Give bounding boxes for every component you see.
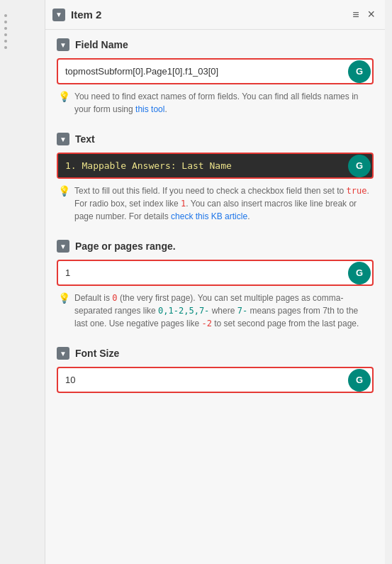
page-range-hint: 💡 Default is 0 (the very first page). Yo… — [57, 292, 374, 330]
page-range-section: ▼ Page or pages range. G 💡 Default is 0 … — [45, 231, 385, 338]
page-range-hint-bulb-icon: 💡 — [58, 292, 70, 304]
panel-title: Item 2 — [71, 9, 101, 21]
field-name-g-button[interactable]: G — [348, 60, 371, 83]
menu-icon[interactable]: ≡ — [352, 9, 359, 21]
font-size-input[interactable] — [58, 368, 348, 392]
field-name-hint: 💡 You need to find exact names of form f… — [57, 90, 374, 116]
text-input-wrapper: G — [57, 153, 374, 179]
field-name-input-wrapper: G — [57, 58, 374, 84]
field-name-input[interactable] — [58, 60, 348, 83]
text-label: Text — [75, 133, 95, 145]
page-range-input-wrapper: G — [57, 260, 374, 286]
panel-header: ▼ Item 2 ≡ × — [45, 0, 385, 30]
page-range-hint-text: Default is 0 (the very first page). You … — [74, 292, 372, 330]
font-size-g-button[interactable]: G — [348, 369, 371, 392]
page-range-label: Page or pages range. — [75, 240, 176, 252]
text-section: ▼ Text G 💡 Text to fill out this field. … — [45, 124, 385, 231]
text-hint-bulb-icon: 💡 — [58, 185, 70, 197]
text-hint-link[interactable]: check this KB article — [171, 211, 247, 221]
page-range-g-button[interactable]: G — [348, 262, 371, 284]
font-size-input-wrapper: G — [57, 367, 374, 393]
page-range-input[interactable] — [58, 261, 348, 284]
text-hint-text: Text to fill out this field. If you need… — [74, 184, 372, 223]
font-size-collapse-icon[interactable]: ▼ — [57, 347, 69, 360]
text-input[interactable] — [58, 154, 348, 177]
field-name-collapse-icon[interactable]: ▼ — [57, 38, 69, 51]
field-name-section: ▼ Field Name G 💡 You need to find exact … — [45, 30, 385, 124]
page-range-collapse-icon[interactable]: ▼ — [57, 240, 69, 253]
hint-bulb-icon: 💡 — [58, 91, 70, 102]
text-collapse-icon[interactable]: ▼ — [57, 133, 69, 145]
text-hint: 💡 Text to fill out this field. If you ne… — [57, 184, 374, 223]
font-size-label: Font Size — [75, 348, 119, 359]
panel-collapse-icon[interactable]: ▼ — [52, 9, 65, 21]
field-name-hint-link[interactable]: this tool — [135, 104, 164, 114]
field-name-label: Field Name — [75, 39, 128, 50]
text-g-button[interactable]: G — [348, 155, 371, 177]
field-name-hint-text: You need to find exact names of form fie… — [74, 90, 372, 116]
font-size-section: ▼ Font Size G — [45, 338, 385, 404]
close-icon[interactable]: × — [367, 7, 375, 22]
